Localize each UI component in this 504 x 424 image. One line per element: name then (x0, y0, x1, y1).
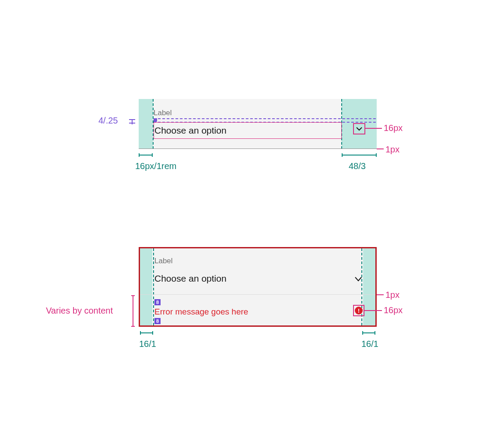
field-label: Label (154, 257, 173, 265)
dropdown-spec-default: Label Choose an option 4/.25 16px 1px (139, 99, 377, 149)
callout-chevron-size: 16px (384, 123, 402, 133)
padding-overlay-left (140, 248, 152, 325)
callout-divider-thickness: 1px (385, 290, 399, 300)
callout-line-warning (364, 310, 382, 311)
right-padding-annotation: 48/3 (349, 161, 366, 171)
callout-line-rule (377, 148, 384, 149)
error-area-height-annotation: Varies by content (46, 306, 113, 316)
guide-left (153, 248, 154, 325)
error-message: Error message goes here (154, 307, 248, 317)
chevron-down-icon (356, 125, 362, 133)
warning-icon: ! (355, 307, 363, 314)
spacing-tag-bottom: 8 (154, 318, 161, 324)
warning-icon-bounds: ! (353, 305, 364, 316)
field-label: Label (154, 109, 172, 117)
dropdown-spec-error: Label Choose an option 8 Error message g… (139, 247, 377, 327)
chevron-bounds (353, 123, 365, 134)
left-padding-annotation: 16px/1rem (135, 161, 177, 171)
gap-annotation: 4/.25 (98, 116, 118, 126)
divider-line (140, 294, 375, 295)
option-text: Choose an option (154, 125, 227, 136)
left-padding-annotation-2: 16/1 (139, 339, 156, 349)
right-padding-annotation-2: 16/1 (361, 339, 378, 349)
option-text: Choose an option (154, 273, 227, 284)
spacing-tag-top: 8 (154, 299, 161, 305)
gap-marker (154, 118, 157, 122)
chevron-down-icon (355, 276, 362, 281)
callout-line-chevron (365, 128, 382, 129)
field-underline (139, 148, 377, 149)
gap-guide-top (154, 118, 376, 119)
gap-bracket-icon (126, 117, 135, 125)
callout-rule-thickness: 1px (385, 145, 399, 155)
padding-overlay-right (363, 248, 375, 325)
callout-line-divider (377, 294, 384, 295)
callout-warning-size: 16px (384, 305, 402, 315)
padding-overlay-left (139, 99, 153, 149)
